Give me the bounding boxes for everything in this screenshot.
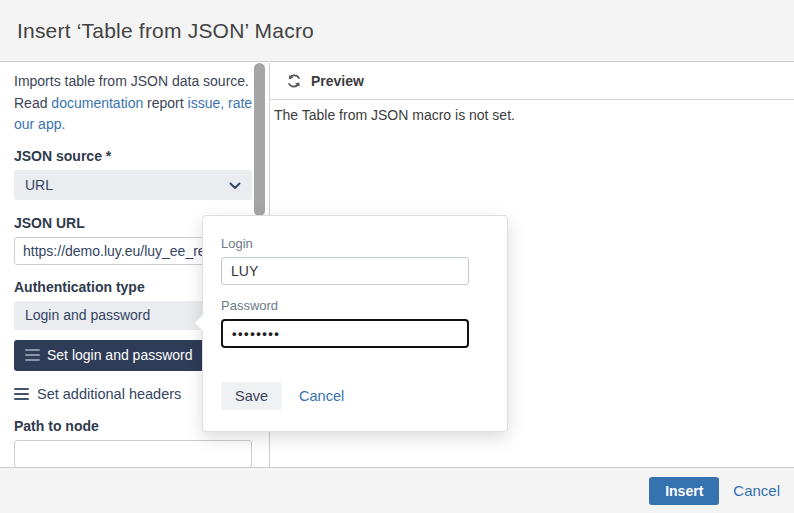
refresh-icon[interactable] [286, 73, 302, 89]
save-button[interactable]: Save [221, 382, 282, 410]
sidebar-scrollbar[interactable] [254, 63, 265, 216]
report-issue-link[interactable]: issue, [188, 95, 225, 111]
popup-actions: Save Cancel [221, 382, 489, 410]
json-source-value: URL [25, 177, 53, 193]
cancel-button[interactable]: Cancel [733, 482, 780, 499]
json-source-select[interactable]: URL [14, 170, 252, 200]
preview-title: Preview [311, 73, 364, 89]
auth-type-value: Login and password [25, 307, 150, 323]
dialog-title: Insert ‘Table from JSON’ Macro [17, 19, 314, 43]
set-login-password-label: Set login and password [47, 347, 193, 363]
chevron-down-icon [229, 177, 241, 193]
json-source-label: JSON source * [14, 148, 253, 164]
set-additional-headers-button[interactable]: Set additional headers [14, 386, 181, 402]
description-text: report [143, 95, 187, 111]
popup-cancel-button[interactable]: Cancel [299, 388, 344, 404]
hamburger-icon [14, 388, 29, 400]
hamburger-icon [25, 349, 40, 361]
insert-macro-dialog: Insert ‘Table from JSON’ Macro Imports t… [0, 0, 794, 513]
password-input[interactable] [221, 319, 469, 348]
password-label: Password [221, 298, 489, 313]
login-label: Login [221, 236, 489, 251]
set-additional-headers-label: Set additional headers [37, 386, 181, 402]
macro-description: Imports table from JSON data source. Rea… [14, 71, 256, 136]
dialog-header: Insert ‘Table from JSON’ Macro [0, 0, 794, 62]
preview-message: The Table from JSON macro is not set. [270, 100, 794, 130]
dialog-footer: Insert Cancel [0, 467, 794, 513]
preview-header: Preview [270, 63, 794, 100]
set-login-password-button[interactable]: Set login and password [14, 340, 204, 371]
insert-button[interactable]: Insert [649, 477, 719, 505]
documentation-link[interactable]: documentation [51, 95, 143, 111]
login-password-popup: Login Password Save Cancel [202, 215, 508, 432]
login-input[interactable] [221, 257, 469, 285]
path-to-node-input[interactable] [14, 440, 252, 468]
